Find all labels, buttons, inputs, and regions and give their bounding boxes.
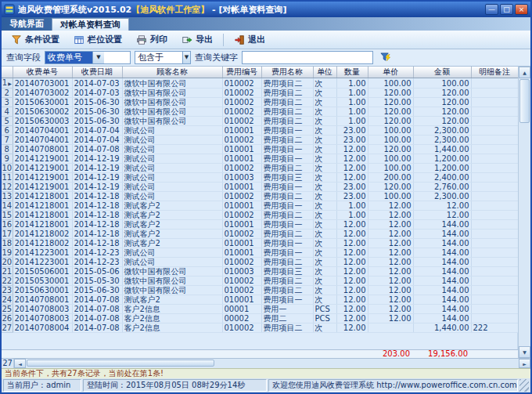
table-row[interactable]: 16201412180012014-12-18测试客户2010001费用项目一次… bbox=[2, 220, 518, 230]
cell-fee_no: 010001 bbox=[222, 145, 261, 154]
column-header[interactable]: 费用编号 bbox=[222, 67, 261, 78]
cell-fee_no: 010001 bbox=[222, 295, 261, 305]
tab-statement-query[interactable]: 对帐单资料查询 bbox=[52, 18, 129, 31]
column-header[interactable]: 顾客名称 bbox=[122, 67, 222, 78]
search-operator-combobox[interactable]: 包含于 ▼ bbox=[135, 51, 191, 64]
cell-fee_name: 费用项目二 bbox=[261, 277, 313, 286]
table-row[interactable]: 19201412230012014-12-23测试公司010001费用项目一次1… bbox=[2, 248, 518, 258]
filter-search-icon bbox=[379, 52, 391, 63]
column-header[interactable]: 金额 bbox=[413, 67, 471, 78]
filter-search-button[interactable] bbox=[377, 51, 393, 65]
cell-date: 2014-12-19 bbox=[72, 183, 122, 192]
cell-customer: 微软中国有限公司 bbox=[122, 89, 222, 98]
cell-fee_name: 费用二 bbox=[261, 314, 313, 324]
cell-price: 120.00 bbox=[368, 107, 413, 117]
chevron-down-icon[interactable]: ▼ bbox=[182, 52, 190, 63]
cell-price: 12.00 bbox=[368, 258, 413, 267]
scroll-up-icon[interactable]: ▲ bbox=[519, 67, 530, 78]
table-row[interactable]: 21201505060012015-05-06微软中国有限公司010003费用项… bbox=[2, 267, 518, 277]
table-row[interactable]: 17201412180022014-12-18测试客户2010002费用项目二次… bbox=[2, 230, 518, 239]
cell-unit: 次 bbox=[313, 201, 336, 211]
table-row[interactable]: 14201412180012014-12-18测试客户2010001费用项目一次… bbox=[2, 201, 518, 211]
vertical-scroll-thumb[interactable] bbox=[519, 79, 530, 123]
cell-amount: 2,300.00 bbox=[413, 136, 471, 145]
table-row[interactable]: 8201407080012014-07-08测试公司010001费用项目一次12… bbox=[2, 145, 518, 154]
table-row[interactable]: 9201412190012014-12-19测试公司010001费用项目一次12… bbox=[2, 154, 518, 164]
grid-header-row: 收费单号收费日期顾客名称费用编号费用名称单位数量单价金额明细备注 bbox=[2, 67, 518, 78]
cell-qty: 1.00 bbox=[336, 89, 368, 98]
exit-button[interactable]: 退出 bbox=[228, 32, 271, 48]
table-row[interactable]: 10201412190012014-12-19测试公司010002费用项目二次1… bbox=[2, 164, 518, 173]
table-row[interactable]: 15201412180012014-12-18测试客户2010002费用项目二次… bbox=[2, 211, 518, 220]
horizontal-scrollbar[interactable]: ◄ ► bbox=[14, 359, 530, 368]
cell-fee_no: 00002 bbox=[222, 314, 261, 324]
maximize-button[interactable]: □ bbox=[500, 4, 513, 15]
condition-settings-button[interactable]: 条件设置 bbox=[5, 32, 66, 48]
table-row[interactable]: 6201407040012014-07-04测试公司010001费用项目一次23… bbox=[2, 126, 518, 136]
cell-qty: 23.00 bbox=[336, 192, 368, 201]
table-row[interactable]: 25201407080032014-07-08客户2信息00001费用一PCS1… bbox=[2, 305, 518, 314]
table-row[interactable]: 11201412190012014-12-19测试公司010003费用项目三次1… bbox=[2, 173, 518, 183]
horizontal-scroll-track[interactable] bbox=[26, 359, 519, 368]
column-header[interactable]: 收费日期 bbox=[72, 67, 122, 78]
column-header[interactable]: 明细备注 bbox=[471, 67, 518, 78]
resize-grip[interactable] bbox=[519, 379, 529, 392]
cell-qty: 12.00 bbox=[336, 220, 368, 230]
table-row[interactable]: 5201506300032015-06-30微软中国有限公司010002费用项目… bbox=[2, 117, 518, 126]
table-row[interactable]: 24201407080012014-07-08测试客户2010001费用项目一次… bbox=[2, 295, 518, 305]
table-row[interactable]: 22201505300012015-05-30微软中国有限公司010002费用项… bbox=[2, 277, 518, 286]
scroll-left-icon[interactable]: ◄ bbox=[14, 359, 26, 368]
cell-note bbox=[471, 89, 518, 98]
vertical-scroll-track[interactable] bbox=[519, 78, 530, 346]
cell-fee_name: 费用项目一 bbox=[261, 154, 313, 164]
cell-fee_name: 费用项目一 bbox=[261, 145, 313, 154]
scroll-down-icon[interactable]: ▼ bbox=[519, 346, 530, 358]
column-settings-button[interactable]: 栏位设置 bbox=[67, 32, 128, 48]
table-row[interactable]: 1201407030012014-07-03微软中国有限公司010002费用项目… bbox=[2, 78, 518, 89]
cell-amount: 144.00 bbox=[413, 248, 471, 258]
chevron-down-icon[interactable]: ▼ bbox=[92, 52, 104, 63]
table-row[interactable]: 7201407040012014-07-04测试公司010002费用项目二次23… bbox=[2, 136, 518, 145]
column-header[interactable]: 单价 bbox=[368, 67, 413, 78]
row-number: 20 bbox=[2, 258, 13, 267]
table-row[interactable]: 18201412180022014-12-18测试客户2010001费用项目一次… bbox=[2, 239, 518, 248]
cell-fee_name: 费用项目二 bbox=[261, 136, 313, 145]
column-header[interactable]: 数量 bbox=[336, 67, 368, 78]
cell-note bbox=[471, 154, 518, 164]
cell-customer: 测试公司 bbox=[122, 136, 222, 145]
table-row[interactable]: 27201407080042014-07-08客户2信息010002费用项目二次… bbox=[2, 324, 518, 333]
table-row[interactable]: 12201412190012014-12-19测试公司010001费用项目一次2… bbox=[2, 183, 518, 192]
column-header[interactable]: 费用名称 bbox=[261, 67, 313, 78]
tab-navigation[interactable]: 导航界面 bbox=[2, 17, 52, 31]
vertical-scrollbar[interactable]: ▲ ▼ bbox=[518, 67, 530, 358]
search-field-combobox[interactable]: 收费单号 ▼ bbox=[45, 51, 131, 64]
table-row[interactable]: 3201506300012015-06-30微软中国有限公司010002费用项目… bbox=[2, 98, 518, 107]
cell-unit: 次 bbox=[313, 107, 336, 117]
table-row[interactable]: 13201412180012014-12-18测试公司010002费用项目二次2… bbox=[2, 192, 518, 201]
cell-fee_name: 费用项目二 bbox=[261, 286, 313, 295]
column-header[interactable]: 单位 bbox=[313, 67, 336, 78]
search-keyword-input[interactable] bbox=[242, 51, 373, 64]
cell-date: 2014-07-08 bbox=[72, 295, 122, 305]
minimize-button[interactable]: — bbox=[485, 4, 498, 15]
scroll-right-icon[interactable]: ► bbox=[519, 359, 530, 368]
cell-fee_no: 010002 bbox=[222, 192, 261, 201]
cell-fee_no: 010001 bbox=[222, 201, 261, 211]
cell-unit: 次 bbox=[313, 324, 336, 333]
table-row[interactable]: 20201412230012014-12-23测试公司010002费用项目二次1… bbox=[2, 258, 518, 267]
cell-note bbox=[471, 136, 518, 145]
table-row[interactable]: 4201506300022015-06-30微软中国有限公司010002费用项目… bbox=[2, 107, 518, 117]
cell-qty: 1.00 bbox=[336, 78, 368, 89]
table-row[interactable]: 26201407080032014-07-08客户2信息00002费用二PCS1… bbox=[2, 314, 518, 324]
horizontal-scroll-thumb[interactable] bbox=[27, 360, 214, 367]
cell-fee_name: 费用项目二 bbox=[261, 78, 313, 89]
close-button[interactable]: × bbox=[515, 4, 528, 15]
cell-customer: 测试公司 bbox=[122, 258, 222, 267]
column-header[interactable]: 收费单号 bbox=[13, 67, 72, 78]
cell-fee_no: 010002 bbox=[222, 230, 261, 239]
cell-qty: 12.00 bbox=[336, 154, 368, 164]
table-row[interactable]: 2201407030022014-07-03微软中国有限公司010002费用项目… bbox=[2, 89, 518, 98]
export-button[interactable]: 导出 bbox=[175, 32, 219, 48]
print-button[interactable]: 列印 bbox=[130, 32, 174, 48]
table-row[interactable]: 23201506300012015-06-30微软中国有限公司010002费用项… bbox=[2, 286, 518, 295]
